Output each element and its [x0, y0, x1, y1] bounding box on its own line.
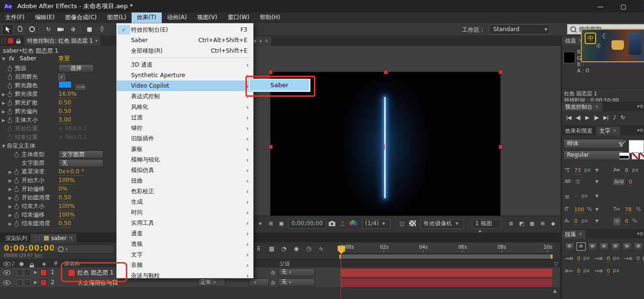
stopwatch-icon[interactable] — [14, 204, 19, 209]
video-switch[interactable] — [16, 269, 23, 276]
viewer-timecode[interactable]: 0;00;00;00 — [288, 219, 326, 229]
vertical-scale-value[interactable]: 100 — [574, 206, 584, 214]
menu-category-扭曲[interactable]: 扭曲› — [117, 175, 253, 186]
parent-column-label[interactable]: 父级 — [279, 260, 290, 267]
tab-close-icon[interactable]: × — [69, 234, 73, 242]
menu-category-过渡[interactable]: 过渡› — [117, 112, 253, 123]
snapshot-icon[interactable] — [327, 219, 337, 228]
flowchart-icon[interactable]: ⊞ — [538, 219, 547, 228]
twirl-right-icon[interactable]: ▶ — [2, 99, 7, 107]
tab-render-queue[interactable]: 渲染队列 — [2, 234, 31, 242]
twirl-right-icon[interactable]: ▶ — [34, 280, 37, 285]
play-icon[interactable]: ▶ — [585, 115, 588, 121]
space-before-value[interactable]: 0 — [607, 267, 610, 275]
align-button-5[interactable]: ≡ — [622, 242, 632, 251]
resolution-dropdown[interactable]: (1/4) — [362, 219, 390, 229]
stopwatch-icon[interactable] — [14, 186, 19, 192]
menu-category-Video Copilot[interactable]: Video Copilot› — [117, 80, 253, 91]
view-layout-dropdown[interactable]: 1 视图 — [472, 219, 501, 229]
baseline-shift-value[interactable]: 0 — [574, 218, 577, 225]
twirl-right-icon[interactable]: ▶ — [9, 168, 13, 176]
scroll-up-icon[interactable]: ▲ — [553, 288, 557, 293]
indent-right-value[interactable]: 0 — [636, 255, 640, 263]
region-of-interest-icon[interactable]: ▣ — [277, 219, 286, 228]
audio-icon[interactable]: ♪ — [613, 115, 616, 121]
search-dropdown-icon[interactable]: ▾ — [66, 247, 68, 252]
checkbox-checked[interactable]: ✓ — [58, 74, 65, 80]
layer-color-chip[interactable] — [40, 269, 47, 276]
audio-switch[interactable] — [24, 269, 31, 276]
eye-icon[interactable] — [3, 280, 11, 285]
menu-category-杂波与颗粒[interactable]: 杂波与颗粒› — [117, 270, 253, 281]
twirl-right-icon[interactable]: ▶ — [9, 202, 13, 211]
panel-grip-icon[interactable] — [1, 37, 6, 44]
tsume-value[interactable]: 0 — [625, 218, 628, 225]
menu-category-旧版插件[interactable]: 旧版插件› — [117, 133, 253, 144]
prev-frame-icon[interactable]: ◀| — [576, 115, 580, 121]
moon-icon[interactable]: ☾ — [602, 32, 609, 41]
tab-character[interactable]: 文字× — [596, 126, 620, 135]
twirl-right-icon[interactable]: ▶ — [9, 176, 13, 185]
current-time-indicator-line[interactable] — [341, 253, 341, 299]
tab-preview[interactable]: 预览控制台× — [562, 103, 602, 111]
stopwatch-icon[interactable] — [14, 169, 19, 174]
loop-icon[interactable]: ↻ — [621, 115, 624, 121]
target-region-icon[interactable]: ◫ — [397, 219, 407, 228]
no-stroke-swatch[interactable] — [640, 152, 644, 160]
maximize-button[interactable]: ▢ — [615, 0, 632, 12]
panel-menu-icon[interactable]: ▾≣ — [637, 104, 644, 109]
tab-close-icon[interactable]: × — [595, 103, 599, 111]
eye-icon[interactable] — [3, 270, 11, 275]
menu-窗口(W)[interactable]: 窗口(W) — [222, 12, 255, 23]
vertical-scale-dropdown-icon[interactable]: ▼ — [595, 207, 599, 212]
stopwatch-icon[interactable] — [8, 117, 12, 123]
menu-category-风格化[interactable]: 风格化› — [117, 102, 253, 112]
stopwatch-icon[interactable] — [8, 74, 12, 80]
property-value[interactable]: 0.50 — [58, 220, 71, 228]
layer-duration-bar[interactable] — [341, 268, 552, 277]
close-button[interactable]: × — [637, 0, 644, 12]
next-frame-icon[interactable]: |▶ — [594, 115, 599, 121]
property-value[interactable]: 0.50 — [58, 194, 71, 202]
timeline-button-icon[interactable]: ▦ — [527, 219, 537, 228]
work-area-bar[interactable] — [339, 254, 553, 259]
menu-动画(A)[interactable]: 动画(A) — [162, 12, 192, 23]
show-snapshot-icon[interactable] — [338, 219, 347, 228]
video-switch[interactable] — [16, 279, 23, 286]
glow-color-swatch[interactable] — [58, 81, 72, 88]
menu-category-蒙板[interactable]: 蒙板› — [117, 144, 253, 154]
twirl-down-icon[interactable]: ▼ — [2, 57, 7, 61]
property-value[interactable]: 0% — [58, 185, 67, 193]
menu-效果(T)[interactable]: 效果(T) — [132, 12, 162, 23]
parent-dropdown[interactable]: 无▾ — [278, 278, 315, 287]
tracking-value[interactable]: 0 — [629, 178, 632, 186]
selection-handle[interactable] — [499, 145, 503, 149]
reset-effect-link[interactable]: 重置 — [58, 55, 70, 63]
stopwatch-icon[interactable] — [8, 83, 12, 88]
current-timecode[interactable]: 0;00;00;00 — [4, 243, 55, 253]
first-frame-icon[interactable]: |◀ — [566, 115, 571, 121]
stroke-color-swatch[interactable] — [619, 152, 630, 160]
align-button-2[interactable]: ≡ — [588, 242, 597, 251]
parent-dropdown[interactable]: 无▾ — [278, 268, 315, 276]
channels-icon[interactable] — [348, 219, 358, 228]
indent-left-value[interactable]: 0 — [577, 255, 580, 263]
last-frame-icon[interactable]: ▶| — [603, 115, 608, 121]
camera-tool[interactable] — [56, 24, 66, 34]
comp-marker-icon[interactable]: ▽ — [554, 261, 558, 267]
twirl-right-icon[interactable]: ▶ — [9, 211, 13, 219]
gear-icon[interactable]: ◎ — [596, 42, 601, 48]
property-value[interactable]: 960.0,1 — [65, 134, 87, 140]
no-fill-swatch[interactable] — [632, 152, 639, 160]
effect-controls-tab[interactable]: 特效控制台: 红色 固态层 1 ▾ — [24, 36, 100, 46]
menu-category-透视[interactable]: 透视› — [117, 239, 253, 249]
twirl-right-icon[interactable]: ▶ — [34, 270, 37, 275]
zoom-tool[interactable] — [27, 24, 37, 34]
selection-handle[interactable] — [268, 70, 273, 74]
parent-pickwhip-icon[interactable]: ◎ — [271, 279, 276, 286]
menu-item-Saber[interactable]: SaberCtrl+Alt+Shift+E — [117, 35, 253, 46]
menu-category-色彩校正[interactable]: 色彩校正› — [117, 186, 253, 196]
stopwatch-icon[interactable] — [8, 92, 12, 97]
font-family-dropdown[interactable]: 楷体 — [564, 139, 624, 149]
property-value[interactable]: 100% — [58, 203, 75, 210]
